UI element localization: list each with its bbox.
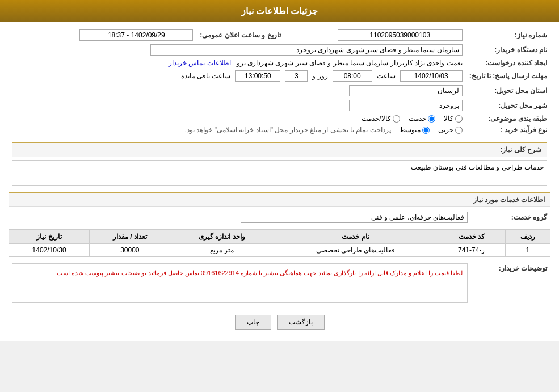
unit-cell: متر مربع xyxy=(170,244,274,257)
date-cell: 1402/10/30 xyxy=(9,244,90,257)
service-code-cell: ر-74-741 xyxy=(438,244,505,257)
col-header-date: تاریخ نیاز xyxy=(9,230,90,244)
category-option-khedmat[interactable]: خدمت xyxy=(409,115,435,123)
back-button[interactable]: بازگشت xyxy=(277,315,325,330)
buyer-org-value: سازمان سیما منظر و فضای سبز شهری شهرداری… xyxy=(150,44,463,56)
col-header-service-code: کد خدمت xyxy=(438,230,505,244)
category-radio-group: کالا خدمت کالا/خدمت xyxy=(12,115,463,123)
pub-date-label: تاریخ و ساعت اعلان عمومی: xyxy=(196,28,284,43)
need-desc-section-header: شرح کلی نیاز: xyxy=(12,142,547,157)
category-option-kala[interactable]: کالا xyxy=(444,115,463,123)
col-header-row-num: ردیف xyxy=(505,230,550,244)
province-value: لرستان xyxy=(349,85,463,96)
buyer-notes-table: توضیحات خریدار: لطفا قیمت را اعلام و مدا… xyxy=(9,262,550,305)
send-deadline-label: مهلت ارسال پاسخ: تا تاریخ: xyxy=(466,69,550,83)
service-group-table: گروه خدمت: فعالیت‌های حرفه‌ای، علمی و فن… xyxy=(9,210,550,225)
creator-contact-link[interactable]: اطلاعات تماس خریدار xyxy=(169,59,231,67)
col-header-quantity: تعداد / مقدار xyxy=(90,230,170,244)
buyer-notes-label: توضیحات خریدار: xyxy=(471,262,550,305)
services-header-text: اطلاعات خدمات مورد نیاز xyxy=(473,196,545,204)
need-desc-label: شرح کلی نیاز: xyxy=(500,146,541,154)
purchase-type-jozii[interactable]: جزیی xyxy=(438,126,463,134)
service-name-cell: فعالیت‌های طراحی تخصصی xyxy=(274,244,438,257)
need-number-value: 1102095039000103 xyxy=(338,29,463,41)
service-group-label: گروه خدمت: xyxy=(471,210,550,225)
page-header: جزئیات اطلاعات نیاز xyxy=(0,0,559,22)
quantity-cell: 30000 xyxy=(90,244,170,257)
province-label: استان محل تحویل: xyxy=(466,83,550,98)
services-table: ردیف کد خدمت نام خدمت واحد اندازه گیری ت… xyxy=(9,229,550,257)
print-button[interactable]: چاپ xyxy=(235,315,271,330)
need-desc-value: خدمات طراحی و مطالعات فنی بوستان طبیعت xyxy=(411,163,544,171)
info-table: شماره نیاز: 1102095039000103 تاریخ و ساع… xyxy=(9,28,550,187)
deadline-days: 3 xyxy=(285,70,308,82)
creator-value: نعمت واحدی نژاد کاربرداز سازمان سیما منظ… xyxy=(237,59,463,67)
row-num-cell: 1 xyxy=(505,244,550,257)
table-row: 1 ر-74-741 فعالیت‌های طراحی تخصصی متر مر… xyxy=(9,244,550,257)
services-section-header: اطلاعات خدمات مورد نیاز xyxy=(9,192,550,207)
purchase-note: پرداخت تمام یا بخشی از مبلغ خریداز محل "… xyxy=(185,126,391,134)
page-title: جزئیات اطلاعات نیاز xyxy=(241,6,318,16)
pub-date-value: 1402/09/29 - 18:37 xyxy=(79,29,193,41)
remaining-time: 13:00:50 xyxy=(235,70,280,82)
category-option-kala-khedmat[interactable]: کالا/خدمت xyxy=(362,115,400,123)
purchase-type-label: نوع فرآیند خرید : xyxy=(466,124,550,136)
buyer-org-label: نام دستگاه خریدار: xyxy=(466,43,550,57)
category-label: طبقه بندی موضوعی: xyxy=(466,113,550,124)
creator-label: ایجاد کننده درخواست: xyxy=(466,57,550,69)
need-number-label: شماره نیاز: xyxy=(466,28,550,43)
deadline-time: 08:00 xyxy=(333,70,372,82)
city-value: بروجرد xyxy=(349,100,463,111)
buyer-notes-value: لطفا قیمت را اعلام و مدارک قابل ارائه را… xyxy=(57,269,463,276)
button-row: بازگشت چاپ xyxy=(9,309,550,335)
col-header-unit: واحد اندازه گیری xyxy=(170,230,274,244)
service-group-value: فعالیت‌های حرفه‌ای، علمی و فنی xyxy=(241,212,468,223)
col-header-service-name: نام خدمت xyxy=(274,230,438,244)
deadline-date: 1402/10/03 xyxy=(400,70,463,82)
city-label: شهر محل تحویل: xyxy=(466,98,550,113)
purchase-type-motevaset[interactable]: متوسط xyxy=(400,126,430,134)
